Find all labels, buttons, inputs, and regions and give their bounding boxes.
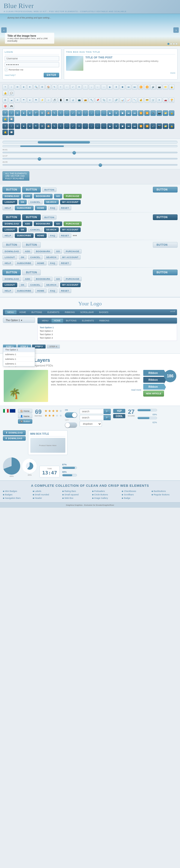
- download-medium-btn[interactable]: ⬇ DOWNLOAD: [3, 436, 26, 441]
- subscribe-btn-1[interactable]: SUBSCRIBE: [15, 206, 33, 210]
- nav-home-2[interactable]: HOME: [52, 319, 63, 322]
- button-main-3[interactable]: BUTTON: [2, 214, 21, 220]
- button-main-8[interactable]: BUTTON: [22, 270, 40, 275]
- icon-item-dark[interactable]: 🔍: [33, 123, 39, 129]
- button-main-7[interactable]: BUTTON: [2, 270, 21, 275]
- nav-menu-2[interactable]: MENU: [39, 319, 51, 322]
- button-large-3[interactable]: BUTTON: [153, 242, 178, 248]
- icon-item[interactable]: ⏸: [113, 84, 119, 90]
- icon-item-dark[interactable]: 🏠: [46, 123, 51, 129]
- icon-item-dark[interactable]: 🔒: [169, 123, 174, 129]
- icon-item-dark[interactable]: →: [101, 123, 107, 129]
- help-btn-4[interactable]: HELP: [2, 288, 13, 293]
- icon-item-blue[interactable]: ★: [21, 111, 26, 116]
- icon-item[interactable]: ✕: [77, 84, 82, 90]
- search-button-2[interactable]: 🔍: [103, 415, 111, 420]
- nav-buttons-2[interactable]: BUTTONS: [64, 319, 79, 322]
- icon-item-blue[interactable]: 🔊: [150, 111, 156, 116]
- go-btn-2[interactable]: GO: [54, 222, 62, 226]
- icon-item-blue[interactable]: 📁: [163, 111, 168, 116]
- add-btn-3[interactable]: ADD: [23, 249, 32, 254]
- bookmark-btn-1[interactable]: BOOKMARK: [34, 194, 53, 198]
- icon-item[interactable]: 🖨: [70, 97, 76, 103]
- scrollbar-track-1[interactable]: [2, 141, 178, 144]
- hero-dot-3[interactable]: [173, 43, 175, 45]
- icon-item[interactable]: +: [58, 84, 63, 90]
- myaccount-btn-4[interactable]: MY ACCOUNT: [60, 283, 81, 287]
- hero-arrow-right[interactable]: ›: [173, 27, 179, 33]
- ribbon-3[interactable]: Ribbon: [143, 384, 164, 390]
- go-btn-3[interactable]: GO: [54, 249, 62, 254]
- icon-item[interactable]: ✉: [15, 84, 20, 90]
- icon-item-blue[interactable]: ⏭: [132, 111, 137, 116]
- icon-item-blue[interactable]: ?: [2, 111, 8, 116]
- dropdown-option[interactable]: submenu 1: [3, 357, 35, 362]
- hero-arrow-left[interactable]: ‹: [1, 27, 7, 33]
- add-btn-4[interactable]: ADD: [23, 277, 32, 281]
- tab-all[interactable]: ALL THE ELEMENTSARE VECTOR ANDFULLY SCAL…: [2, 171, 29, 181]
- slider-thumb-3[interactable]: [99, 163, 102, 167]
- icon-item-blue[interactable]: ♥: [27, 111, 33, 116]
- step-4[interactable]: STEP 4: [47, 345, 60, 348]
- cancel-btn-1[interactable]: CANCEL: [28, 200, 43, 204]
- icon-item[interactable]: 🚗: [163, 97, 168, 103]
- bookmark-btn-3[interactable]: BOOKMARK: [34, 249, 53, 254]
- button-main-4[interactable]: BUTTON: [22, 214, 40, 220]
- icon-item[interactable]: ?: [2, 84, 8, 90]
- icon-item-blue[interactable]: ⏪: [144, 111, 150, 116]
- ribbon-1[interactable]: Ribbon: [143, 370, 164, 376]
- icon-item-blue[interactable]: 📷: [157, 111, 162, 116]
- icon-item[interactable]: ☀: [15, 97, 20, 103]
- bookmark-btn-2[interactable]: BOOKMARK: [34, 222, 53, 226]
- icon-item-dark[interactable]: ✕: [77, 123, 82, 129]
- help-btn-1[interactable]: HELP: [2, 206, 13, 210]
- icon-item[interactable]: 🏆: [169, 97, 174, 103]
- icon-item[interactable]: ⚑: [33, 97, 39, 103]
- icon-item-dark[interactable]: ⏭: [132, 123, 137, 129]
- icon-item-blue[interactable]: 🔔: [2, 117, 8, 122]
- icon-item[interactable]: ☂: [21, 97, 26, 103]
- password-input[interactable]: [5, 62, 59, 67]
- slider-track-2[interactable]: [2, 158, 178, 159]
- scrollbar-thumb-1[interactable]: [38, 141, 90, 144]
- icon-item-dark[interactable]: ⏪: [144, 123, 150, 129]
- icon-item[interactable]: ♻: [2, 97, 8, 103]
- icon-item-dark[interactable]: ♥: [27, 123, 33, 129]
- icon-item-blue[interactable]: ←: [95, 111, 100, 116]
- download-btn-2[interactable]: DOWNLOAD: [2, 222, 21, 226]
- ok-btn-1[interactable]: OK: [19, 200, 27, 204]
- button-main-2[interactable]: BUTTON: [22, 187, 40, 192]
- icon-item[interactable]: ▶: [107, 84, 113, 90]
- slider-thumb-2[interactable]: [38, 157, 41, 161]
- icon-item[interactable]: −: [64, 84, 69, 90]
- dropdown-button-1[interactable]: The Option 1 ▾: [3, 318, 35, 323]
- reset-btn-3[interactable]: RESET: [59, 261, 71, 266]
- icon-item[interactable]: 📻: [83, 97, 88, 103]
- icon-item-blue[interactable]: ✓: [70, 111, 76, 116]
- icon-item-dark[interactable]: ⚙: [39, 123, 45, 129]
- icon-item-dark[interactable]: 🔊: [150, 123, 156, 129]
- icon-item[interactable]: ☁: [9, 97, 14, 103]
- home-btn-2[interactable]: HOME: [35, 234, 47, 238]
- misc-btn-person[interactable]: 👤 Name: [18, 414, 32, 418]
- icon-item[interactable]: 📎: [101, 97, 107, 103]
- icon-item-blue[interactable]: →: [101, 111, 107, 116]
- download-btn-3[interactable]: DOWNLOAD: [2, 249, 21, 254]
- username-input[interactable]: [5, 56, 59, 61]
- icon-item-dark[interactable]: ↓: [89, 123, 94, 129]
- icon-item[interactable]: →: [101, 84, 107, 90]
- search-btn-1[interactable]: SEARCH: [44, 200, 59, 204]
- icon-item-blue[interactable]: ✉: [15, 111, 20, 116]
- icon-item[interactable]: 📷: [157, 84, 162, 90]
- nav-home[interactable]: HOME: [17, 310, 29, 314]
- icon-item-dark[interactable]: ✓: [70, 123, 76, 129]
- search-btn-2[interactable]: SEARCH: [44, 227, 59, 232]
- icon-item-blue[interactable]: ⏩: [138, 111, 144, 116]
- hero-dot-4[interactable]: [176, 43, 178, 45]
- search-input-1[interactable]: [80, 409, 104, 414]
- purchase-btn-2[interactable]: PURCHASE: [64, 222, 82, 226]
- nav-badges[interactable]: BADGES: [97, 310, 111, 314]
- icon-item-dark[interactable]: 🔔: [2, 130, 8, 135]
- faq-btn-3[interactable]: FAQ: [48, 261, 57, 266]
- myaccount-btn-3[interactable]: MY ACCOUNT: [60, 255, 81, 259]
